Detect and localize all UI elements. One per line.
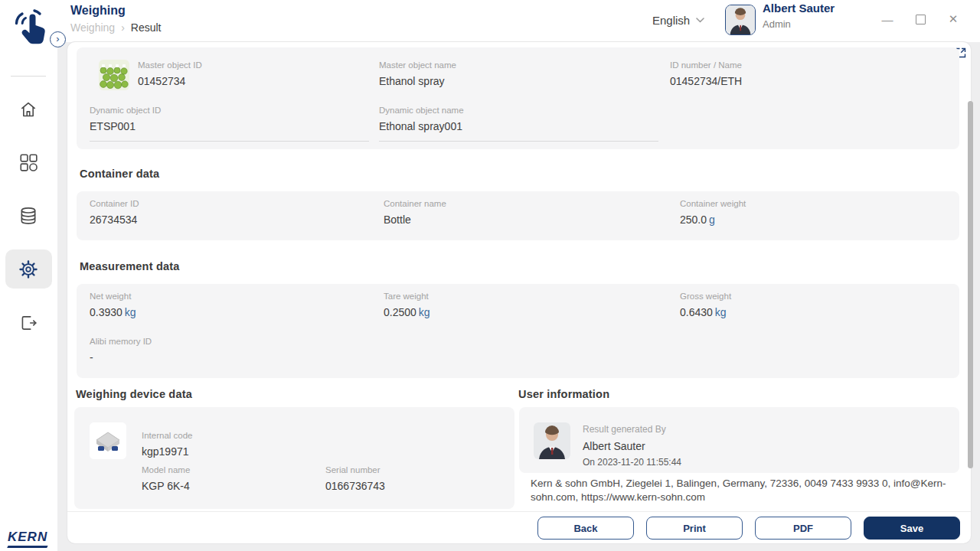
dynamic-object-id-field: Dynamic object ID ETSP001 <box>90 106 369 142</box>
vertical-scrollbar-thumb[interactable] <box>968 101 973 468</box>
header-bar: Weighing Weighing › Result English Alber… <box>0 0 980 42</box>
minimize-button[interactable]: — <box>879 11 896 28</box>
result-generated-by-field: Result generated By Albert Sauter On 202… <box>583 424 681 468</box>
sidebar-divider <box>11 76 46 77</box>
id-number-name-field: ID number / Name 01452734/ETH <box>670 60 742 87</box>
measurement-data-heading: Measurement data <box>80 260 180 272</box>
field-label: Serial number <box>325 465 385 474</box>
field-value: Bottle <box>384 214 446 226</box>
company-contact-info: Kern & sohn GmbH, Ziegelei 1, Balingen, … <box>531 477 953 504</box>
user-avatar[interactable] <box>725 5 756 35</box>
field-value: 0.6430 <box>680 306 713 318</box>
breadcrumb-chevron-icon: › <box>121 21 125 34</box>
generated-by-name: Albert Sauter <box>583 440 681 452</box>
master-object-card: Master object ID 01452734 Master object … <box>77 47 959 149</box>
exit-logout-icon[interactable] <box>18 313 38 333</box>
weight-unit: kg <box>419 306 430 318</box>
generated-on-timestamp: On 2023-11-20 11:55:44 <box>583 457 681 468</box>
field-label: Dynamic object name <box>379 106 658 115</box>
weight-unit: kg <box>715 306 727 318</box>
weighing-device-data-heading: Weighing device data <box>76 388 192 400</box>
field-value: 0.2500 <box>384 306 416 318</box>
field-label: Container name <box>384 199 446 208</box>
close-button[interactable]: ✕ <box>945 11 962 28</box>
breadcrumb-parent[interactable]: Weighing <box>70 21 115 34</box>
serial-number-field: Serial number 0166736743 <box>325 465 385 492</box>
field-value: 250.0 <box>680 214 707 226</box>
header-user-name: Albert Sauter <box>763 2 835 15</box>
maximize-icon <box>916 15 926 24</box>
result-user-avatar <box>534 422 570 459</box>
kern-brand-logo: KERN <box>8 530 47 548</box>
master-object-thumbnail <box>99 60 129 90</box>
field-label: Container weight <box>680 199 746 208</box>
field-label: Internal code <box>142 431 193 440</box>
back-button[interactable]: Back <box>537 517 634 540</box>
alibi-memory-id-field: Alibi memory ID - <box>90 337 152 364</box>
kern-logo-text: KERN <box>8 530 47 544</box>
sidebar: KERN <box>0 0 57 551</box>
chevron-down-icon <box>696 18 704 23</box>
master-object-id-field: Master object ID 01452734 <box>138 60 202 87</box>
touch-hand-app-logo-icon <box>9 5 54 49</box>
weighing-device-image <box>90 422 126 459</box>
field-value: kgp19971 <box>142 445 193 458</box>
container-weight-field: Container weight 250.0g <box>680 199 746 226</box>
field-value: KGP 6K-4 <box>142 480 190 492</box>
home-icon[interactable] <box>18 99 38 119</box>
language-selector[interactable]: English <box>652 14 704 27</box>
weight-unit: g <box>709 214 715 226</box>
field-value: 0166736743 <box>325 480 385 492</box>
user-information-heading: User information <box>518 388 609 400</box>
model-name-field: Model name KGP 6K-4 <box>142 465 190 492</box>
field-label: ID number / Name <box>670 60 742 70</box>
field-value: 01452734/ETH <box>670 75 742 87</box>
weight-unit: kg <box>125 306 136 318</box>
kern-logo-underline <box>7 546 47 548</box>
field-label: Model name <box>142 465 190 474</box>
field-label: Master object ID <box>138 60 202 70</box>
settings-gear-icon[interactable] <box>18 259 38 279</box>
sidebar-expand-toggle[interactable]: › <box>50 31 66 47</box>
field-label: Result generated By <box>583 424 681 435</box>
master-object-name-field: Master object name Ethanol spray <box>379 60 456 87</box>
container-id-field: Container ID 26734534 <box>90 199 139 226</box>
field-label: Net weight <box>90 292 136 301</box>
database-icon[interactable] <box>18 206 38 226</box>
dashboard-icon[interactable] <box>18 152 38 172</box>
field-value: - <box>90 351 152 364</box>
net-weight-field: Net weight 0.3930kg <box>90 292 136 318</box>
field-label: Master object name <box>379 60 456 70</box>
field-value: 0.3930 <box>90 306 122 318</box>
field-value: Ethanol spray <box>379 75 456 87</box>
pdf-button[interactable]: PDF <box>755 517 851 540</box>
field-value: 26734534 <box>90 214 139 226</box>
breadcrumb-current: Result <box>131 21 162 34</box>
container-data-heading: Container data <box>80 168 159 180</box>
maximize-button[interactable] <box>912 11 929 28</box>
result-content-panel: Master object ID 01452734 Master object … <box>67 42 971 543</box>
print-button[interactable]: Print <box>646 517 743 540</box>
measurement-data-card: Net weight 0.3930kg Tare weight 0.2500kg… <box>77 284 959 378</box>
dynamic-object-name-input[interactable]: Ethonal spray001 <box>379 120 658 142</box>
container-data-card: Container ID 26734534 Container name Bot… <box>77 191 959 240</box>
action-button-row: Back Print PDF Save <box>537 517 960 540</box>
field-value: 01452734 <box>138 75 202 87</box>
save-button[interactable]: Save <box>864 517 960 540</box>
dynamic-object-name-field: Dynamic object name Ethonal spray001 <box>379 106 658 142</box>
user-information-card: Result generated By Albert Sauter On 202… <box>519 407 959 473</box>
weighing-device-card: Internal code kgp19971 Model name KGP 6K… <box>74 407 514 509</box>
tare-weight-field: Tare weight 0.2500kg <box>384 292 430 318</box>
page-title: Weighing <box>70 4 126 18</box>
dynamic-object-id-input[interactable]: ETSP001 <box>90 120 369 142</box>
header-user-role: Admin <box>763 18 791 30</box>
action-footer: Back Print PDF Save <box>67 511 971 544</box>
field-label: Alibi memory ID <box>90 337 152 346</box>
field-label: Gross weight <box>680 292 731 301</box>
language-label: English <box>652 14 690 27</box>
breadcrumb: Weighing › Result <box>70 21 161 34</box>
field-label: Container ID <box>90 199 139 208</box>
field-label: Dynamic object ID <box>90 106 369 115</box>
internal-code-field: Internal code kgp19971 <box>142 431 193 458</box>
field-label: Tare weight <box>384 292 430 301</box>
